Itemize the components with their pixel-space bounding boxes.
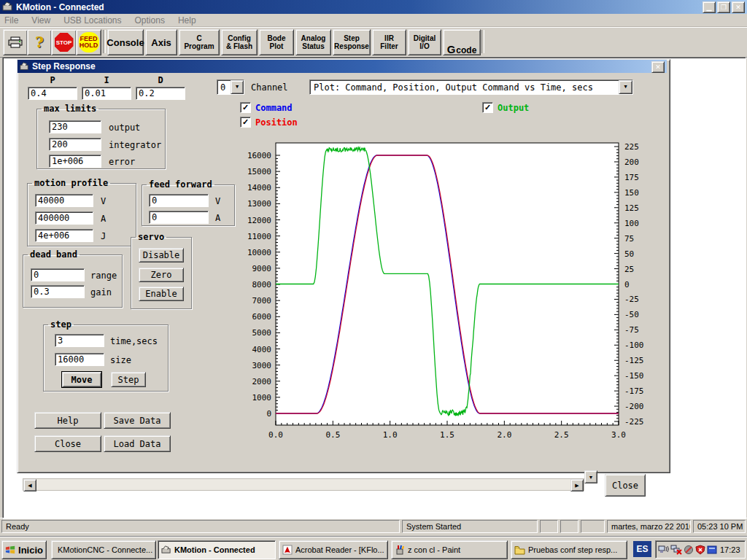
p-input[interactable] xyxy=(28,87,77,100)
toolbar-config-flash-button[interactable]: Config& Flash xyxy=(221,29,258,55)
security-shield-icon[interactable] xyxy=(695,545,705,555)
toolbar-bode-plot-button[interactable]: BodePlot xyxy=(259,29,294,55)
svg-text:2.5: 2.5 xyxy=(554,430,569,440)
task-kmotioncnc[interactable]: KMotionCNC - Connecte... xyxy=(51,540,156,559)
help-icon: ? xyxy=(35,34,44,51)
toolbar: ? STOP FEED HOLD Console Axis CProgram C… xyxy=(0,27,747,58)
task-kmotion-active[interactable]: KMotion - Connected xyxy=(158,540,276,559)
svg-text:-225: -225 xyxy=(624,417,644,427)
toolbar-c-program-button[interactable]: CProgram xyxy=(179,29,220,55)
servo-disable-button[interactable]: Disable xyxy=(139,248,184,262)
system-tray: 17:23 xyxy=(655,540,746,559)
step-size-input[interactable] xyxy=(55,353,104,366)
output-checkbox-box[interactable]: ✓ xyxy=(482,102,493,113)
blocked-icon[interactable] xyxy=(684,545,694,555)
svg-text:15000: 15000 xyxy=(247,167,271,176)
horizontal-scrollbar[interactable]: ◀ ▶ xyxy=(23,478,584,491)
task-folder[interactable]: Pruebas conf step resp... xyxy=(511,540,627,559)
max-integrator-label: integrator xyxy=(109,140,161,150)
help-button[interactable]: ? xyxy=(27,29,52,55)
print-button[interactable] xyxy=(3,29,28,55)
channel-dropdown-arrow-icon[interactable]: ▼ xyxy=(231,80,244,94)
feed-hold-button[interactable]: FEED HOLD xyxy=(76,29,101,55)
servo-zero-button[interactable]: Zero xyxy=(139,268,184,282)
scroll-left-icon[interactable]: ◀ xyxy=(23,479,36,491)
max-error-input[interactable] xyxy=(49,155,101,168)
language-indicator[interactable]: ES xyxy=(633,541,651,557)
minimize-button[interactable]: ▁ xyxy=(703,1,716,13)
move-button[interactable]: Move xyxy=(62,372,101,387)
menu-options[interactable]: Options xyxy=(135,15,165,26)
plot-mode-value: Plot: Command, Position, Output Command … xyxy=(314,82,593,93)
accel-input[interactable] xyxy=(35,211,93,225)
scroll-down-icon[interactable]: ▼ xyxy=(584,470,597,483)
toolbar-step-response-button[interactable]: StepResponse xyxy=(333,29,371,55)
ff-accel-input[interactable] xyxy=(149,211,209,224)
servo-enable-button[interactable]: Enable xyxy=(139,287,184,301)
kmotion-icon xyxy=(161,545,171,555)
jerk-input[interactable] xyxy=(35,229,93,242)
d-input[interactable] xyxy=(136,87,185,100)
menu-view[interactable]: View xyxy=(31,15,50,26)
toolbar-axis-button[interactable]: Axis xyxy=(145,29,177,55)
close-dialog-button[interactable]: Close xyxy=(34,435,101,452)
toolbar-iir-filter-button[interactable]: IIRFilter xyxy=(372,29,406,55)
toolbar-digital-io-button[interactable]: DigitalI/O xyxy=(408,29,441,55)
ff-velocity-input[interactable] xyxy=(149,194,209,207)
dialog-icon xyxy=(20,62,29,71)
stop-button[interactable]: STOP xyxy=(51,29,77,55)
dead-band-range-input[interactable] xyxy=(31,268,85,281)
menu-help[interactable]: Help xyxy=(178,15,196,26)
command-checkbox[interactable]: ✓ Command xyxy=(240,102,293,113)
step-response-plot: 0100020003000400050006000700080009000100… xyxy=(241,136,649,449)
menu-file[interactable]: File xyxy=(4,15,18,26)
save-data-button[interactable]: Save Data xyxy=(104,412,171,429)
step-button[interactable]: Step xyxy=(111,372,146,387)
svg-text:2000: 2000 xyxy=(252,377,272,386)
restore-button[interactable]: ❐ xyxy=(717,1,730,13)
volume-icon[interactable] xyxy=(658,545,669,555)
load-data-button[interactable]: Load Data xyxy=(104,435,171,452)
status-system: System Started xyxy=(402,520,538,533)
accel-label: A xyxy=(101,214,106,224)
svg-text:9000: 9000 xyxy=(252,264,272,273)
svg-text:1000: 1000 xyxy=(252,393,272,402)
scroll-right-icon[interactable]: ▶ xyxy=(570,479,584,491)
svg-text:-150: -150 xyxy=(624,371,644,381)
i-input[interactable] xyxy=(82,87,131,100)
help-dialog-button[interactable]: Help xyxy=(34,412,101,429)
task-paint[interactable]: z con cl - Paint xyxy=(391,540,508,559)
task-acrobat[interactable]: Acrobat Reader - [KFlo... xyxy=(279,540,388,559)
ime-icon[interactable] xyxy=(707,545,717,555)
dead-band-gain-input[interactable] xyxy=(31,285,85,298)
svg-text:14000: 14000 xyxy=(247,183,271,192)
position-checkbox[interactable]: ✓ Position xyxy=(240,117,298,128)
command-checkbox-box[interactable]: ✓ xyxy=(240,102,251,113)
toolbar-analog-status-button[interactable]: AnalogStatus xyxy=(295,29,331,55)
app-icon xyxy=(2,1,13,12)
toolbar-gcode-button[interactable]: Gcode xyxy=(443,29,481,55)
status-ready: Ready xyxy=(1,520,400,533)
network-offline-icon[interactable] xyxy=(670,545,682,555)
step-time-input[interactable] xyxy=(55,334,104,347)
output-checkbox[interactable]: ✓ Output xyxy=(482,102,529,113)
menu-usb-locations[interactable]: USB Locations xyxy=(63,15,121,26)
max-integrator-input[interactable] xyxy=(49,138,101,151)
position-checkbox-box[interactable]: ✓ xyxy=(240,117,251,128)
svg-text:100: 100 xyxy=(624,219,639,228)
bottom-close-button[interactable]: Close xyxy=(605,474,646,497)
plot-mode-select[interactable]: Plot: Command, Position, Output Command … xyxy=(309,79,633,95)
dialog-close-icon[interactable]: ✕ xyxy=(651,61,665,73)
max-output-input[interactable] xyxy=(49,120,101,133)
plot-mode-dropdown-arrow-icon[interactable]: ▼ xyxy=(619,80,632,94)
toolbar-separator-2 xyxy=(481,30,484,53)
channel-select[interactable]: 0 ▼ xyxy=(217,79,244,95)
toolbar-console-button[interactable]: Console xyxy=(107,29,144,55)
start-button[interactable]: Inicio xyxy=(1,540,47,559)
velocity-input[interactable] xyxy=(35,194,93,207)
ff-accel-label: A xyxy=(215,213,220,223)
folder-icon xyxy=(514,545,525,555)
motion-profile-legend: motion profile xyxy=(32,178,110,188)
i-label: I xyxy=(82,75,131,85)
close-button[interactable]: ✕ xyxy=(732,1,745,13)
